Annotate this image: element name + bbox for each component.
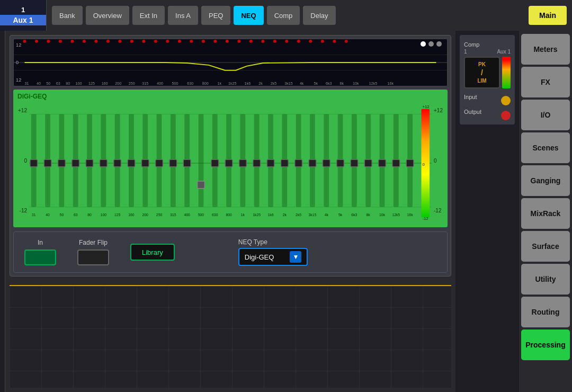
comp-meter-bar [502, 57, 511, 88]
tab-comp[interactable]: Comp [267, 6, 300, 25]
scale-zero: 0 [17, 158, 27, 164]
svg-point-60 [321, 40, 324, 43]
channel-name: Aux 1 [0, 15, 46, 25]
fader-flip-label: Fader Flip [79, 239, 108, 246]
svg-point-50 [202, 40, 205, 43]
svg-text:10k: 10k [379, 213, 386, 217]
neq-type-value: Digi-GEQ [245, 253, 274, 261]
svg-text:2k: 2k [283, 213, 287, 217]
svg-text:40: 40 [46, 213, 50, 217]
svg-text:500: 500 [198, 213, 204, 217]
svg-text:6k3: 6k3 [351, 213, 357, 217]
tab-delay[interactable]: Delay [303, 6, 335, 25]
tab-overview[interactable]: Overview [86, 6, 129, 25]
neq-type-label: NEQ Type [238, 238, 267, 246]
svg-rect-107 [211, 159, 219, 167]
svg-rect-71 [44, 159, 51, 167]
svg-point-57 [285, 40, 288, 43]
svg-rect-80 [86, 159, 93, 167]
routing-button[interactable]: Routing [521, 297, 570, 327]
svg-text:800: 800 [226, 213, 232, 217]
tab-neq[interactable]: NEQ [234, 6, 263, 25]
processing-button[interactable]: Processing [521, 329, 570, 360]
tab-ext-in[interactable]: Ext In [132, 6, 165, 25]
rscale-minus12: -12 [434, 208, 443, 213]
svg-text:31: 31 [32, 213, 36, 217]
rscale-plus12: +12 [434, 108, 443, 113]
meters-button[interactable]: Meters [521, 34, 570, 65]
svg-text:1k6: 1k6 [245, 82, 251, 85]
svg-text:250: 250 [129, 82, 135, 85]
top-bar: 1 Aux 1 Bank Overview Ext In Ins A PEQ N… [0, 0, 572, 31]
tab-peq[interactable]: PEQ [201, 6, 230, 25]
svg-text:4k: 4k [300, 82, 304, 85]
svg-point-36 [35, 40, 38, 43]
svg-text:160: 160 [102, 82, 108, 85]
bottom-fader-area [10, 285, 451, 388]
scenes-button[interactable]: Scenes [521, 132, 570, 163]
svg-point-59 [309, 40, 312, 43]
svg-text:31: 31 [24, 82, 29, 85]
comp-label: Comp [464, 41, 479, 48]
svg-text:0: 0 [422, 162, 425, 167]
fader-flip-toggle[interactable] [77, 250, 109, 265]
main-button[interactable]: Main [529, 6, 567, 25]
svg-text:3k15: 3k15 [284, 82, 293, 85]
input-row: Input [464, 94, 511, 105]
comp-section: Comp 1 Aux 1 PK / LIM Input [460, 35, 515, 124]
svg-point-37 [47, 40, 50, 43]
svg-text:100: 100 [101, 213, 107, 217]
svg-point-55 [261, 40, 264, 43]
svg-text:50: 50 [46, 82, 50, 85]
svg-text:500: 500 [172, 82, 178, 85]
svg-rect-149 [406, 159, 414, 167]
svg-rect-140 [364, 159, 372, 167]
io-button[interactable]: I/O [521, 100, 570, 130]
comp-pk-lim[interactable]: PK / LIM [464, 57, 500, 88]
svg-text:4k: 4k [325, 213, 329, 217]
svg-text:2k: 2k [258, 82, 263, 85]
svg-text:8k: 8k [340, 82, 344, 85]
svg-text:400: 400 [184, 213, 190, 217]
svg-text:1k6: 1k6 [268, 213, 274, 217]
svg-text:400: 400 [157, 82, 163, 85]
in-toggle[interactable] [24, 250, 56, 265]
grid-lines [10, 286, 451, 388]
svg-text:80: 80 [87, 213, 92, 217]
utility-button[interactable]: Utility [521, 264, 570, 295]
svg-rect-77 [72, 159, 79, 167]
neq-dropdown-arrow-icon[interactable]: ▼ [290, 251, 301, 263]
neq-type-control: NEQ Type Digi-GEQ ▼ [238, 238, 308, 266]
svg-rect-104 [198, 181, 205, 189]
center-panel: 12 0 12 31 40 50 63 80 100 125 160 200 2… [5, 31, 455, 392]
output-label: Output [464, 109, 481, 115]
fx-button[interactable]: FX [521, 67, 570, 97]
mixrack-button[interactable]: MixRack [521, 198, 570, 229]
svg-rect-134 [337, 159, 344, 167]
freq-response: 12 0 12 31 40 50 63 80 100 125 160 200 2… [13, 39, 448, 86]
svg-text:0: 0 [16, 60, 19, 65]
svg-point-44 [130, 40, 133, 43]
surface-button[interactable]: Surface [521, 231, 570, 262]
scale-plus12: +12 [17, 108, 27, 113]
neq-type-select[interactable]: Digi-GEQ ▼ [238, 248, 308, 266]
svg-point-53 [237, 40, 240, 43]
svg-point-49 [190, 40, 193, 43]
svg-text:160: 160 [128, 213, 135, 217]
main-content: 12 0 12 31 40 50 63 80 100 125 160 200 2… [0, 31, 572, 392]
svg-text:1k25: 1k25 [253, 213, 261, 217]
svg-point-61 [333, 40, 336, 43]
tab-bank[interactable]: Bank [52, 6, 83, 25]
svg-text:3k15: 3k15 [309, 213, 317, 217]
nav-tabs: Bank Overview Ext In Ins A PEQ NEQ Comp … [47, 6, 529, 25]
svg-point-47 [166, 40, 169, 43]
svg-point-62 [345, 40, 348, 43]
ganging-button[interactable]: Ganging [521, 165, 570, 196]
svg-text:5k: 5k [338, 213, 343, 217]
tab-ins-a[interactable]: Ins A [168, 6, 198, 25]
svg-point-48 [178, 40, 181, 43]
geq-title: DiGi-GEQ [17, 93, 443, 100]
library-button[interactable]: Library [130, 244, 175, 261]
svg-rect-110 [225, 159, 233, 167]
svg-rect-122 [281, 159, 288, 167]
